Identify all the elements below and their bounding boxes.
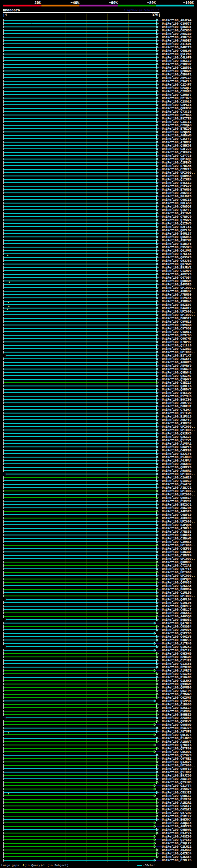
svg-text:UniRef100_Q12PU4: UniRef100_Q12PU4 [162,700,192,703]
svg-text:UniRef100_B2FI51: UniRef100_B2FI51 [162,225,192,229]
svg-text:UniRef100_C3NAW0: UniRef100_C3NAW0 [162,537,192,540]
svg-text:UniRef100_UPI000..: UniRef100_UPI000.. [162,171,195,175]
svg-text:UniRef100_C7MW48: UniRef100_C7MW48 [162,693,192,696]
svg-text:UniRef100_B4AUT7: UniRef100_B4AUT7 [162,307,192,310]
svg-text:UniRef100_Q73C38: UniRef100_Q73C38 [162,110,192,114]
svg-text:UniRef100_A5FYM7: UniRef100_A5FYM7 [162,239,192,242]
svg-text:UniRef100_Q8XZN7: UniRef100_Q8XZN7 [162,374,192,378]
svg-text:UniRef100_P95328: UniRef100_P95328 [162,246,192,249]
svg-text:UniRef100_C0XQZ1: UniRef100_C0XQZ1 [162,808,192,811]
svg-text:UniRef100_UPI000..: UniRef100_UPI000.. [162,313,195,317]
svg-text:UniRef100_Q2SX27: UniRef100_Q2SX27 [162,435,192,439]
svg-text:UniRef100_C0YNE2: UniRef100_C0YNE2 [162,757,192,761]
svg-text:UniRef100_C0ZH56: UniRef100_C0ZH56 [162,29,192,32]
svg-text:UniRef100_C2SGL8: UniRef100_C2SGL8 [162,100,192,103]
svg-text:UniRef100_B8GC19: UniRef100_B8GC19 [162,59,192,63]
svg-text:UniRef100_Q6LU74: UniRef100_Q6LU74 [162,734,192,737]
svg-text:UniRef100_UPI000..: UniRef100_UPI000.. [162,429,195,432]
svg-text:UniRef100_Q92RX6: UniRef100_Q92RX6 [162,432,192,435]
svg-text:UniRef100_C1CV91: UniRef100_C1CV91 [162,500,192,503]
svg-text:UniRef100_A9WDE7: UniRef100_A9WDE7 [162,39,192,42]
svg-text:UniRef100_B1HXF8: UniRef100_B1HXF8 [162,242,192,246]
svg-text:UniRef100_A7HEL6: UniRef100_A7HEL6 [162,527,192,530]
svg-text:UniRef100_Q8GU31: UniRef100_Q8GU31 [162,26,192,29]
svg-text:UniRef100_C8SQS4: UniRef100_C8SQS4 [162,625,192,628]
svg-text:UniRef100_Q1I802: UniRef100_Q1I802 [162,771,192,774]
svg-text:UniRef100_C2Q8N1: UniRef100_C2Q8N1 [162,130,192,134]
svg-text:Large gaps: (in Query)/ (in: Large gaps: (in Query)/ (in Subject) [1,864,69,867]
svg-text:UniRef100_A9M723: UniRef100_A9M723 [162,402,192,405]
svg-text:UniRef100_Q0K9J7: UniRef100_Q0K9J7 [162,605,192,608]
svg-text:UniRef100_C2V8E8: UniRef100_C2V8E8 [162,90,192,93]
svg-text:~100%: ~100% [183,1,194,5]
svg-text:UniRef100_A2A084: UniRef100_A2A084 [162,716,192,720]
svg-text:UniRef100_UPI000..: UniRef100_UPI000.. [162,574,195,578]
svg-text:UniRef100_A1TR40: UniRef100_A1TR40 [162,642,192,645]
svg-text:UniRef100_Q5XTP4: UniRef100_Q5XTP4 [162,689,192,693]
svg-text:UniRef100_C7RLF5: UniRef100_C7RLF5 [162,859,192,862]
svg-text:UniRef100_C6WFL9: UniRef100_C6WFL9 [162,513,192,517]
svg-text:UniRef100_Q1YX69: UniRef100_Q1YX69 [162,838,192,842]
svg-text:UniRef100_B1MIE7: UniRef100_B1MIE7 [162,815,192,818]
svg-text:UniRef100_A4SZ06: UniRef100_A4SZ06 [162,835,192,838]
svg-text:UniRef100_B4UL37: UniRef100_B4UL37 [162,232,192,236]
svg-text:UniRef100_A8J244: UniRef100_A8J244 [162,19,192,22]
svg-text:UniRef100_Q8ENS3: UniRef100_Q8ENS3 [162,107,192,110]
svg-text:UniRef100_Q4FL94: UniRef100_Q4FL94 [162,598,192,601]
svg-text:=50char.: =50char. [143,864,157,867]
svg-text:UniRef100_B1VXK6: UniRef100_B1VXK6 [162,297,192,300]
svg-text:UniRef100_Q1ML98: UniRef100_Q1ML98 [162,601,192,605]
svg-text:UniRef100_A6U687: UniRef100_A6U687 [162,290,192,293]
svg-text:UniRef100_C9VH18: UniRef100_C9VH18 [162,320,192,323]
svg-text:UniRef100_C1XMV9: UniRef100_C1XMV9 [162,270,192,273]
svg-text:UniRef100_A5W194: UniRef100_A5W194 [162,777,192,781]
svg-text:~80%: ~80% [147,1,156,5]
svg-text:UniRef100_B5ZE97: UniRef100_B5ZE97 [162,303,192,307]
svg-text:UniRef100_Q87ZR0: UniRef100_Q87ZR0 [162,811,192,815]
svg-text:UniRef100_B9JRV1: UniRef100_B9JRV1 [162,266,192,270]
svg-text:UniRef100_Q988Z4: UniRef100_Q988Z4 [162,496,192,500]
svg-text:UniRef100_C2PBK8: UniRef100_C2PBK8 [162,161,192,164]
svg-text:UniRef100_B9JIG6: UniRef100_B9JIG6 [162,774,192,777]
svg-text:UniRef100_B9Z1I7: UniRef100_B9Z1I7 [162,649,192,652]
svg-text:UniRef100_A6GHP5: UniRef100_A6GHP5 [162,361,192,364]
svg-text:UniRef100_B0CI90: UniRef100_B0CI90 [162,398,192,402]
svg-text:BP088876: BP088876 [3,8,20,12]
svg-text:UniRef100_C1UL56: UniRef100_C1UL56 [162,591,192,595]
svg-text:UniRef100_C3E074: UniRef100_C3E074 [162,151,192,154]
svg-text:~40%: ~40% [70,1,80,5]
svg-text:UniRef100_C5SJZ3: UniRef100_C5SJZ3 [162,791,192,795]
svg-text:UniRef100_C3MVP4: UniRef100_C3MVP4 [162,554,192,557]
svg-text:UniRef100_C1PAZ2: UniRef100_C1PAZ2 [162,185,192,188]
svg-text:UniRef100_C9RXH7: UniRef100_C9RXH7 [162,63,192,66]
svg-text:UniRef100_C1ZWB3: UniRef100_C1ZWB3 [162,347,192,351]
svg-text:UniRef100_A9AHR2: UniRef100_A9AHR2 [162,469,192,473]
svg-text:UniRef100_C0G7M7: UniRef100_C0G7M7 [162,337,192,341]
svg-text:UniRef100_Q2SJM8: UniRef100_Q2SJM8 [162,781,192,784]
svg-text:UniRef100_Q9R9W1: UniRef100_Q9R9W1 [162,828,192,832]
svg-text:UniRef100_A4JFA4: UniRef100_A4JFA4 [162,459,192,463]
svg-text:UniRef100_A9VIZ4: UniRef100_A9VIZ4 [162,76,192,80]
svg-text:UniRef100_UPI000..: UniRef100_UPI000.. [162,571,195,574]
svg-text:UniRef100_C2AKI7: UniRef100_C2AKI7 [162,805,192,808]
svg-text:UniRef100_A0K8H2: UniRef100_A0K8H2 [162,463,192,466]
svg-text:UniRef100_Q6HM56: UniRef100_Q6HM56 [162,175,192,178]
svg-text:UniRef100_C5D6P1: UniRef100_C5D6P1 [162,73,192,76]
svg-text:UniRef100_B8LA53: UniRef100_B8LA53 [162,202,192,205]
svg-text:UniRef100_Q46ZV8: UniRef100_Q46ZV8 [162,635,192,639]
svg-text:UniRef100_A0KZE9: UniRef100_A0KZE9 [162,825,192,828]
svg-text:UniRef100_UPI000..: UniRef100_UPI000.. [162,764,195,767]
svg-text:UniRef100_B1YSJ6: UniRef100_B1YSJ6 [162,395,192,398]
svg-text:UniRef100_A1V5A1: UniRef100_A1V5A1 [162,442,192,445]
svg-text:UniRef100_C0ZUN7: UniRef100_C0ZUN7 [162,696,192,700]
svg-text:UniRef100_Q82LG7: UniRef100_Q82LG7 [162,229,192,232]
svg-text:UniRef100_B5GAJ3: UniRef100_B5GAJ3 [162,368,192,371]
svg-text:UniRef100_C9QL27: UniRef100_C9QL27 [162,842,192,845]
svg-text:UniRef100_C3FZJ9: UniRef100_C3FZJ9 [162,148,192,151]
svg-text:UniRef100_C9T8G2: UniRef100_C9T8G2 [162,327,192,331]
svg-text:UniRef100_UPI000..: UniRef100_UPI000.. [162,351,195,354]
svg-text:AlignView.pm Beta rel.7: AlignView.pm Beta rel.7 [124,9,159,12]
svg-text:UniRef100_C4WNI1: UniRef100_C4WNI1 [162,331,192,334]
svg-text:UniRef100_Q1YH73: UniRef100_Q1YH73 [162,754,192,757]
svg-text:UniRef100_UPI000..: UniRef100_UPI000.. [162,425,195,429]
